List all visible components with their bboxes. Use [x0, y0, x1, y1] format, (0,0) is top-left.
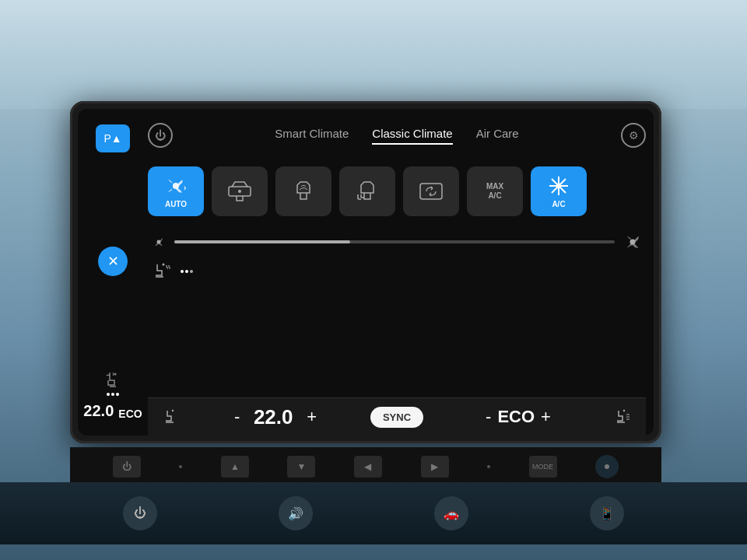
bottom-strip: ⏻ 🔊 🚗 📱 [0, 482, 747, 544]
eco-plus-button[interactable]: + [541, 407, 551, 427]
svg-point-0 [114, 373, 117, 376]
screen-bezel: P▲ ✕ [70, 101, 661, 443]
settings-button[interactable]: ⚙ [621, 123, 646, 148]
eco-control: - ECO + [430, 407, 607, 427]
fan-small-icon [151, 234, 167, 250]
physical-btn-4[interactable]: ◀ [354, 456, 382, 478]
windshield-body-icon [226, 179, 254, 204]
svg-rect-5 [420, 184, 442, 199]
seat-heat-dots [107, 393, 119, 396]
mode-buttons-row: › AUTO [148, 166, 646, 216]
mode-body-button[interactable] [275, 166, 331, 216]
physical-btn-3[interactable]: ▼ [287, 456, 315, 478]
settings-icon: ⚙ [629, 129, 639, 142]
mode-max-ac-button[interactable]: MAXA/C [467, 166, 523, 216]
temperature-display: 22.0 [246, 405, 300, 429]
strip-power-btn[interactable]: ⏻ [123, 496, 157, 530]
seat-heat-icon [102, 369, 124, 391]
svg-point-10 [556, 184, 561, 188]
parking-label: P▲ [103, 132, 121, 145]
svg-point-14 [172, 410, 174, 411]
main-content: ⏻ Smart Climate Classic Climate Air Care… [140, 109, 654, 436]
row-seat-heat-dots [181, 270, 193, 273]
seat-heat-left [102, 369, 124, 396]
tab-classic-climate[interactable]: Classic Climate [372, 127, 452, 145]
eco-minus-button[interactable]: - [486, 407, 491, 427]
feet-body-icon [353, 179, 381, 204]
tab-bar: Smart Climate Classic Climate Air Care [275, 127, 518, 145]
fan-speed-slider[interactable] [174, 240, 615, 243]
seat-right-button[interactable] [607, 403, 638, 431]
temperature-control: - 22.0 + [187, 405, 364, 429]
seat-heat-row-icon [151, 261, 174, 282]
divider-dot [179, 465, 182, 468]
parking-button[interactable]: P▲ [96, 124, 130, 152]
mode-btn-physical[interactable]: MODE [529, 456, 557, 478]
mode-feet-body-button[interactable] [339, 166, 395, 216]
tab-smart-climate[interactable]: Smart Climate [275, 127, 349, 145]
top-bar: ⏻ Smart Climate Classic Climate Air Care… [148, 117, 646, 154]
strip-btn-4[interactable]: 📱 [590, 496, 624, 530]
auto-fan-icon: › [163, 175, 188, 197]
fan-large-icon [622, 232, 643, 252]
strip-btn-2[interactable]: 🔊 [279, 496, 313, 530]
temp-plus-button[interactable]: + [307, 407, 317, 427]
fan-knob-icon [601, 460, 613, 473]
tab-air-care[interactable]: Air Care [476, 127, 519, 145]
mode-recirculate-button[interactable] [403, 166, 459, 216]
eco-display: ECO [497, 407, 535, 427]
mode-windshield-body-button[interactable] [212, 166, 268, 216]
svg-text:›: › [184, 184, 186, 192]
physical-knob[interactable] [595, 455, 619, 478]
body-icon [289, 179, 317, 204]
power-icon: ⏻ [155, 129, 166, 142]
climate-screen: P▲ ✕ [78, 109, 654, 436]
close-button[interactable]: ✕ [98, 247, 128, 276]
bottom-bar: - 22.0 + SYNC - ECO + [148, 397, 646, 436]
mode-ac-button[interactable]: A/C [531, 166, 587, 216]
divider-dot-2 [487, 465, 490, 468]
left-bottom-icons: 22.0 ECO [83, 369, 142, 420]
recirculate-icon [417, 179, 445, 204]
power-button[interactable]: ⏻ [148, 123, 173, 148]
ac-label: A/C [552, 200, 565, 208]
fan-speed-row [148, 232, 646, 252]
left-eco-label: ECO [118, 408, 142, 420]
ac-icon [547, 175, 570, 197]
svg-point-13 [163, 264, 165, 266]
physical-controls: ⏻ ▲ ▼ ◀ ▶ MODE [70, 447, 661, 486]
seat-icon-left [163, 408, 180, 425]
physical-power-btn[interactable]: ⏻ [113, 456, 141, 478]
strip-btn-3[interactable]: 🚗 [434, 496, 468, 530]
seat-icon-right [614, 408, 631, 425]
svg-point-4 [238, 190, 241, 193]
svg-point-15 [623, 410, 625, 411]
seat-left-button[interactable] [156, 403, 187, 431]
left-temp-value: 22.0 [83, 402, 114, 420]
physical-btn-2[interactable]: ▲ [221, 456, 249, 478]
max-ac-label: MAXA/C [486, 182, 503, 201]
auto-label: AUTO [165, 200, 187, 208]
sync-button[interactable]: SYNC [370, 407, 423, 428]
mode-auto-button[interactable]: › AUTO [148, 166, 204, 216]
physical-btn-5[interactable]: ▶ [421, 456, 449, 478]
seat-heat-row [148, 261, 646, 282]
close-icon: ✕ [107, 253, 119, 270]
left-temp-row: 22.0 ECO [83, 402, 142, 420]
fan-speed-fill [174, 240, 350, 243]
left-panel: P▲ ✕ [86, 117, 140, 428]
temp-minus-button[interactable]: - [234, 407, 240, 427]
svg-point-19 [605, 464, 609, 469]
